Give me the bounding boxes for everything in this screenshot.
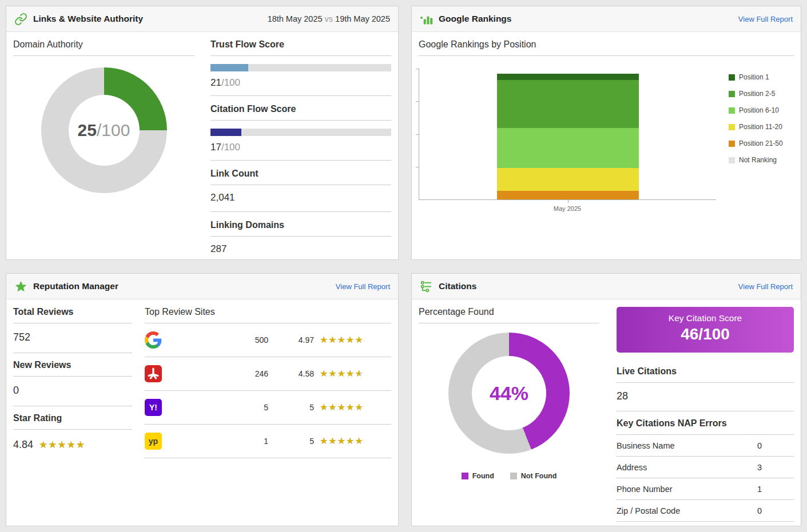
reputation-view-full-report-link[interactable]: View Full Report	[336, 282, 390, 291]
review-site-row-yahoo: Y! 5 5 ★★★★★ ★★★★★	[145, 391, 391, 425]
google-rankings-subtitle: Google Rankings by Position	[419, 39, 794, 56]
google-icon	[145, 331, 171, 349]
link-count-label: Link Count	[210, 169, 391, 185]
legend-label-not-found: Not Found	[521, 472, 556, 480]
linking-domains-label: Linking Domains	[210, 220, 391, 237]
nap-row-business-name: Business Name 0	[617, 435, 794, 457]
rankings-plot-column: May 2025	[419, 69, 716, 212]
citation-flow-label: Citation Flow Score	[210, 104, 391, 121]
legend-swatch-position-11-20	[729, 124, 735, 130]
legend-label: Position 11-20	[739, 123, 782, 131]
nap-errors-label: Key Citations NAP Errors	[617, 418, 794, 435]
nap-errors-table: Business Name 0 Address 3 Phone Number 1…	[617, 435, 794, 522]
citations-view-full-report-link[interactable]: View Full Report	[738, 282, 793, 291]
citations-body: Percentage Found 44% Found Not Found	[412, 299, 801, 526]
nap-row-value: 1	[757, 485, 794, 494]
yellowpages-icon-glyph: yp	[145, 433, 162, 450]
links-authority-panel: Links & Website Authority 18th May 2025v…	[6, 6, 399, 260]
top-review-sites-column: Top Review Sites 500 4.97 ★★★★★	[145, 307, 391, 518]
total-reviews-value: 752	[13, 323, 132, 353]
review-count: 246	[171, 369, 268, 378]
stars-filled: ★★★★★	[320, 402, 364, 413]
domain-authority-max: /100	[97, 121, 130, 140]
yelp-icon	[145, 365, 171, 382]
legend-item-position-21-50: Position 21-50	[729, 139, 783, 147]
bar-segment-position-21-50	[497, 191, 639, 199]
key-citation-score-label: Key Citation Score	[617, 313, 794, 323]
nap-row-label: Address	[617, 463, 647, 472]
nap-row-value: 0	[757, 506, 794, 515]
nap-row-zip-postal-code: Zip / Postal Code 0	[617, 500, 794, 522]
legend-label: Not Ranking	[739, 156, 777, 164]
legend-swatch-position-2-5	[729, 91, 735, 97]
nap-row-phone-number: Phone Number 1	[617, 478, 794, 500]
bar-segment-position-6-10	[497, 128, 639, 168]
date-separator: vs	[323, 14, 336, 23]
review-rating: 4.58	[268, 369, 314, 378]
legend-swatch-position-21-50	[729, 141, 735, 147]
link-count-value: 2,041	[210, 185, 391, 212]
citations-donut: 44%	[448, 333, 570, 454]
trust-flow-fill	[210, 64, 248, 71]
yahoo-icon: Y!	[145, 399, 171, 416]
domain-authority-donut: 25/100	[41, 67, 167, 193]
google-rankings-title: Google Rankings	[439, 14, 511, 24]
domain-authority-label: Domain Authority	[13, 39, 194, 56]
review-stars: ★★★★★ ★★★★★	[320, 402, 364, 413]
stars-filled: ★★★★★	[320, 335, 363, 345]
new-reviews-label: New Reviews	[13, 360, 132, 377]
domain-authority-value: 25	[78, 121, 97, 140]
date-from: 18th May 2025	[268, 14, 323, 23]
citation-flow-score-value: 17	[210, 142, 221, 153]
review-rating: 4.97	[268, 335, 314, 345]
x-axis-label: May 2025	[419, 205, 716, 212]
review-count: 5	[171, 403, 268, 412]
review-count: 500	[171, 335, 268, 345]
new-reviews-value: 0	[13, 377, 132, 406]
review-stars: ★★★★★ ★★★★★	[320, 369, 364, 379]
star-rating-line: 4.84 ★★★★★ ★★★★★	[13, 430, 132, 451]
rankings-legend: Position 1 Position 2-5 Position 6-10 Po…	[729, 69, 783, 212]
domain-authority-section: Domain Authority 25/100	[13, 39, 194, 260]
legend-swatch-not-ranking	[729, 157, 735, 163]
domain-authority-donut-hole: 25/100	[69, 95, 140, 166]
review-site-row-google: 500 4.97 ★★★★★ ★★★★★	[145, 323, 391, 357]
live-citations-label: Live Citations	[617, 366, 794, 383]
citations-title: Citations	[439, 281, 476, 291]
key-citation-score-box: Key Citation Score 46/100	[617, 307, 794, 353]
bar-segment-position-11-20	[497, 168, 639, 191]
percentage-found-value: 44%	[490, 382, 528, 405]
review-rating: 5	[268, 403, 314, 412]
legend-label-found: Found	[472, 472, 494, 480]
bar-segment-position-1	[497, 74, 639, 80]
reputation-manager-panel: Reputation Manager View Full Report Tota…	[6, 273, 399, 526]
google-rankings-view-full-report-link[interactable]: View Full Report	[738, 15, 793, 23]
legend-swatch-position-6-10	[729, 107, 735, 114]
stars-filled: ★★★★★	[39, 439, 84, 451]
citations-icon	[420, 280, 433, 293]
x-axis-tick	[568, 199, 569, 203]
citations-panel: Citations View Full Report Percentage Fo…	[411, 273, 801, 526]
linking-domains-value: 287	[210, 237, 391, 260]
trust-flow-score-value: 21	[210, 77, 221, 88]
links-authority-body: Domain Authority 25/100 Trust Flow Score…	[6, 32, 398, 260]
legend-swatch-not-found	[510, 473, 517, 479]
legend-label: Position 2-5	[739, 90, 775, 98]
citations-donut-hole: 44%	[472, 356, 546, 430]
citations-detail-column: Key Citation Score 46/100 Live Citations…	[617, 307, 794, 522]
star-rating-value: 4.84	[13, 439, 33, 451]
nap-row-label: Business Name	[617, 441, 675, 450]
legend-label: Position 21-50	[739, 139, 783, 147]
link-icon	[14, 13, 27, 26]
trust-flow-label: Trust Flow Score	[210, 39, 391, 56]
percentage-found-section: Percentage Found 44% Found Not Found	[419, 307, 599, 522]
google-rankings-header: Google Rankings View Full Report	[412, 6, 801, 32]
links-authority-title: Links & Website Authority	[33, 14, 143, 24]
y-axis-tick	[416, 69, 419, 69]
legend-item-not-ranking: Not Ranking	[729, 156, 783, 164]
review-rating: 5	[268, 437, 314, 446]
links-authority-header: Links & Website Authority 18th May 2025v…	[6, 6, 398, 32]
stars-filled: ★★★★★	[320, 369, 360, 379]
date-comparison: 18th May 2025vs19th May 2025	[268, 14, 390, 23]
trust-flow-score: 21/100	[210, 75, 391, 96]
